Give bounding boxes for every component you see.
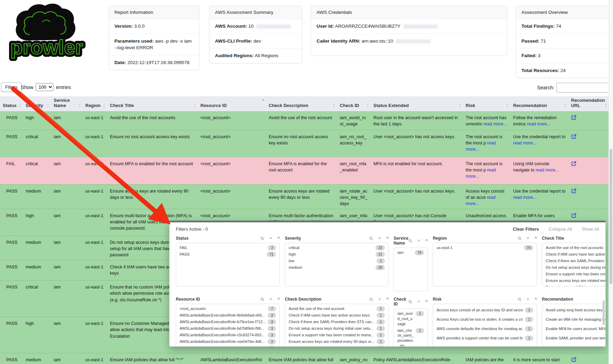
filter-option[interactable]: iam_avoid_root_usage 1 bbox=[394, 310, 428, 327]
filter-option[interactable]: Check if IAM users have two active acces… bbox=[285, 312, 388, 319]
column-header[interactable]: Region ▲▼ bbox=[83, 96, 107, 111]
column-header[interactable]: Check Title ▲▼ bbox=[107, 96, 198, 111]
filter-option[interactable]: Ensure access keys are rotated every 90 … bbox=[285, 338, 388, 345]
external-link-icon[interactable] bbox=[571, 357, 577, 362]
collapse-icon[interactable]: ^ bbox=[277, 298, 280, 301]
external-link-icon[interactable] bbox=[571, 134, 577, 139]
collapse-icon[interactable]: ^ bbox=[534, 298, 537, 301]
column-header[interactable]: Resource ID ▲▼ bbox=[198, 96, 266, 111]
filter-option[interactable]: Ensure hardware MFA is enabled for the r… bbox=[542, 284, 606, 286]
search-input[interactable] bbox=[556, 83, 609, 92]
table-row[interactable]: PASS high iam us-east-1 Avoid the use of… bbox=[0, 111, 609, 130]
search-icon[interactable] bbox=[260, 298, 264, 301]
clear-filter-icon[interactable]: × bbox=[378, 298, 381, 301]
filter-option[interactable]: us-east-1 74 bbox=[433, 245, 537, 251]
collapse-icon[interactable]: ^ bbox=[425, 239, 428, 242]
filter-option[interactable]: Enable MFA for users account. MFA is a s… bbox=[542, 324, 606, 334]
clear-filter-icon[interactable]: × bbox=[269, 237, 272, 240]
filter-option[interactable]: Ensure a support role has been created t… bbox=[542, 271, 606, 277]
clear-filter-icon[interactable]: × bbox=[378, 237, 381, 240]
filter-option[interactable]: Ensure hardware MFA is enabled for the..… bbox=[285, 345, 388, 347]
column-header[interactable]: Check ID ▲▼ bbox=[337, 96, 371, 111]
sort-icons[interactable]: ▲▼ bbox=[47, 103, 49, 108]
table-row[interactable]: PASS critical iam us-east-1 Ensure no ro… bbox=[0, 130, 609, 157]
collapse-icon[interactable]: ^ bbox=[386, 298, 389, 301]
search-icon[interactable] bbox=[408, 300, 412, 304]
filter-option[interactable]: AWSLambdaBasicExecutionRole-b79ce1ee-f71… bbox=[176, 319, 279, 325]
sort-icons[interactable]: ▲▼ bbox=[78, 103, 81, 108]
filter-option[interactable]: Create an IAM role for managing incident… bbox=[542, 315, 606, 324]
read-more-link[interactable]: read more... bbox=[536, 168, 559, 172]
sort-icons[interactable]: ▲▼ bbox=[605, 103, 607, 108]
table-row[interactable]: PASS medium iam us-east-1 Ensure access … bbox=[0, 184, 609, 209]
clear-filter-icon[interactable]: × bbox=[269, 298, 272, 301]
filter-option[interactable]: AWSSSO-d7b388...-DO-NOT-DELETE 1 bbox=[176, 345, 279, 347]
collapse-icon[interactable]: ^ bbox=[425, 300, 428, 303]
collapse-icon[interactable]: ^ bbox=[534, 237, 537, 240]
filter-option[interactable]: iam 74 bbox=[394, 249, 428, 256]
table-row[interactable]: FAIL critical iam us-east-1 Ensure MFA i… bbox=[0, 157, 609, 184]
filter-option-list[interactable]: iam_avoid_root_usage 1 iam_check_saml_pr… bbox=[394, 309, 428, 347]
filter-option[interactable]: AWSLambdaBasicExecutionRole-8e6eb6ad-e66… bbox=[176, 312, 279, 319]
column-header[interactable]: Recomendation URL ▲▼ bbox=[568, 96, 609, 111]
filter-option-list[interactable]: Access keys consist of an access key ID … bbox=[433, 304, 537, 347]
filters-panel-action[interactable]: Clear Filters bbox=[513, 227, 539, 232]
filter-option[interactable]: AWSLambdaBasicExecutionRole-cee047be-4d6… bbox=[176, 338, 279, 345]
filter-option[interactable]: high 21 bbox=[285, 251, 388, 258]
read-more-link[interactable]: read more... bbox=[513, 141, 536, 145]
page-scrollbar[interactable] bbox=[608, 0, 613, 364]
sort-icons[interactable]: ▲▼ bbox=[262, 98, 264, 101]
filter-option[interactable]: AWSLambdaBasicExecutionRole-bd7b89eb-f98… bbox=[176, 325, 279, 332]
filters-panel-scrollbar[interactable] bbox=[603, 300, 605, 325]
filter-option[interactable]: Ensure access keys are rotated every 90 … bbox=[542, 277, 606, 284]
collapse-icon[interactable]: ^ bbox=[277, 237, 280, 240]
column-header[interactable]: Status Extended ▲▼ bbox=[371, 96, 463, 111]
entries-select[interactable]: 100 bbox=[36, 83, 53, 91]
filter-option[interactable]: AWS console defaults the checkbox for cr… bbox=[433, 324, 537, 334]
external-link-icon[interactable] bbox=[571, 115, 577, 120]
filter-option[interactable]: FAIL 3 bbox=[176, 245, 279, 251]
table-row[interactable]: PASS medium iam us-east-1 Ensure IAM pol… bbox=[0, 353, 609, 364]
sort-icons[interactable]: ▲▼ bbox=[459, 103, 461, 108]
filter-option[interactable]: PASS 71 bbox=[176, 251, 279, 258]
filter-option[interactable]: Access keys consist of an access key ID … bbox=[433, 305, 537, 315]
column-header[interactable]: Check Description ▲▼ bbox=[266, 96, 337, 111]
external-link-icon[interactable] bbox=[571, 161, 577, 166]
external-link-icon[interactable] bbox=[571, 213, 577, 218]
filter-option[interactable]: Access Keys could be lost or stolen. It … bbox=[433, 315, 537, 324]
filters-panel-action[interactable]: Collapse All bbox=[549, 227, 572, 232]
filters-panel-action[interactable]: Show All bbox=[582, 227, 599, 232]
sort-icons[interactable]: ▲▼ bbox=[19, 103, 21, 108]
clear-filter-icon[interactable]: × bbox=[527, 237, 529, 240]
filter-option[interactable]: Avoid the use of the root accounts 1 bbox=[542, 245, 606, 251]
filter-option[interactable]: Enable SAML provider and use temporary c… bbox=[542, 334, 606, 343]
filter-option-list[interactable]: Avoid the use of the root account 1 Chec… bbox=[285, 304, 389, 347]
sort-icons[interactable]: ▲▼ bbox=[333, 103, 335, 108]
filter-option[interactable]: iam_check_saml_providers_sts 1 bbox=[394, 327, 428, 347]
column-header[interactable]: Service Name ▲▼ bbox=[51, 96, 83, 111]
column-header[interactable]: Risk ▲▼ bbox=[463, 96, 510, 111]
filter-option[interactable]: Check if there are SAML Providers then S… bbox=[285, 319, 388, 325]
filter-option[interactable]: Do not setup access keys during initial … bbox=[285, 325, 388, 332]
filter-option[interactable]: AWS provides a support center that can b… bbox=[433, 334, 537, 343]
filter-option[interactable]: Avoid using long lived access keys. 1 bbox=[542, 305, 606, 315]
search-icon[interactable] bbox=[518, 237, 521, 240]
page-scrollbar-thumb[interactable] bbox=[610, 149, 612, 284]
filter-option[interactable]: critical 22 bbox=[285, 245, 388, 251]
filter-option[interactable]: Check if IAM users have two active acces… bbox=[542, 251, 606, 258]
column-header[interactable]: Status ▲▼ bbox=[0, 96, 23, 111]
filter-option-list[interactable]: us-east-1 74 bbox=[433, 243, 537, 286]
search-icon[interactable] bbox=[369, 237, 373, 240]
filter-option[interactable]: Avoid the use of the root account 1 bbox=[285, 305, 388, 312]
read-more-link[interactable]: read more... bbox=[527, 122, 550, 126]
sort-icons[interactable]: ▲▼ bbox=[193, 103, 196, 108]
filter-option[interactable]: AWSLambdaBasicExecutionRole-c5c83274-853… bbox=[176, 332, 279, 338]
clear-filter-icon[interactable]: × bbox=[417, 239, 420, 242]
filter-option[interactable]: low 1 bbox=[285, 258, 388, 264]
filters-button[interactable]: Filters bbox=[1, 82, 21, 92]
sort-icons[interactable]: ▲▼ bbox=[103, 103, 105, 108]
read-more-link[interactable]: read more... bbox=[513, 195, 536, 200]
filter-option[interactable]: Check if there are SAML Providers then S… bbox=[542, 258, 606, 264]
search-icon[interactable] bbox=[369, 298, 373, 301]
clear-filter-icon[interactable]: × bbox=[417, 300, 420, 303]
